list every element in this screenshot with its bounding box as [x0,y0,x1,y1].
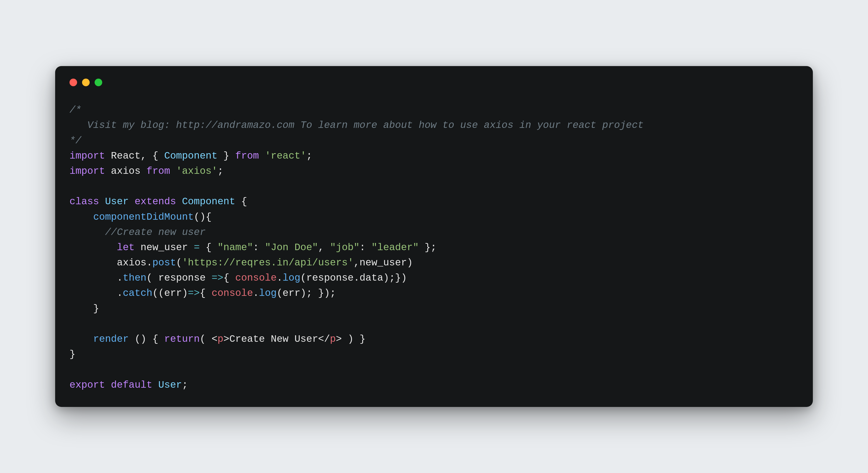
punct-paren-close: ) [407,257,413,268]
maximize-icon[interactable] [95,79,102,86]
ident-axios: axios [111,166,141,177]
punct-brace-close: } [395,272,401,283]
punct-brace-open: { [146,334,158,345]
punct-colon: : [253,242,259,253]
kw-export: export [69,379,105,391]
punct-dot: . [117,272,123,283]
jsx-text: Create New User [229,334,318,345]
punct-semi: ; [330,288,336,299]
op-eq: = [194,242,200,253]
punct-brace-close: } [93,303,99,314]
type-component: Component [164,150,218,162]
kw-return: return [164,334,200,345]
ident-axios: axios [117,257,146,268]
punct-paren-open: ( [176,257,182,268]
str-react: 'react' [265,150,306,162]
punct-paren-close: ) [383,272,389,283]
str-job-key: "job" [330,242,360,253]
ident-react: React [111,150,141,162]
fn-render: render [93,334,129,345]
punct-paren-close: ) [300,288,306,299]
jsx-open-l: < [206,334,217,345]
stage: /* Visit my blog: http://andramazo.com T… [0,0,868,473]
comment-open: /* [69,104,82,115]
kw-class: class [69,196,99,207]
fn-catch: catch [123,288,152,299]
type-component: Component [182,196,236,207]
punct-dot: . [277,272,282,283]
punct-brace-open: { [200,288,206,299]
punct-semi: ; [217,166,223,177]
type-user: User [105,196,129,207]
jsx-close-r: > [336,334,342,345]
jsx-close-l: </ [318,334,330,345]
punct-comma: , [318,242,324,253]
ident-response: response [158,272,206,283]
punct-comma: , [141,150,146,162]
kw-from: from [146,166,170,177]
jsx-tag-p: p [330,334,336,345]
ident-console: console [235,272,277,283]
ident-err: err [283,288,300,299]
punct-brace-open: { [206,242,211,253]
kw-import: import [69,166,105,177]
str-name-key: "name" [217,242,253,253]
punct-parens: () [129,334,146,345]
punct-brace-open: { [206,211,211,223]
punct-paren-close: ) [324,288,330,299]
comment-body: Visit my blog: http://andramazo.com To l… [69,120,644,131]
ident-data: data [360,272,383,283]
punct-dot: . [146,257,152,268]
kw-default: default [111,379,152,391]
type-user: User [158,379,182,391]
punct-paren-open: ( [277,288,282,299]
punct-brace-open: { [223,272,229,283]
fn-cdm: componentDidMount [93,211,194,223]
punct-dot: . [117,288,123,299]
punct-brace-open: { [241,196,247,207]
punct-brace-close: } [69,349,75,360]
kw-extends: extends [134,196,176,207]
minimize-icon[interactable] [82,79,90,86]
punct-paren-open: ( [200,334,206,345]
punct-semi: ; [182,379,188,391]
code-block: /* Visit my blog: http://andramazo.com T… [69,102,799,393]
comment-close: */ [69,135,82,146]
punct-brace-close: } [223,150,229,162]
punct-paren-mid: ) [182,288,188,299]
fn-post: post [152,257,176,268]
ident-newuser: new_user [141,242,188,253]
kw-from: from [235,150,259,162]
str-name-val: "Jon Doe" [265,242,318,253]
fn-then: then [123,272,147,283]
punct-brace-close: } [353,334,365,345]
punct-brace-open: { [152,150,158,162]
jsx-open-r: > [223,334,229,345]
punct-paren-open: ( [146,272,152,283]
window-traffic-lights [69,79,799,86]
str-job-val: "leader" [371,242,419,253]
ident-newuser: new_user [360,257,407,268]
punct-comma: , [353,257,359,268]
fn-log: log [283,272,300,283]
punct-dot: . [353,272,359,283]
kw-let: let [117,242,134,253]
comment-inline: //Create new user [105,227,206,238]
punct-brace-close: } [425,242,430,253]
fn-log: log [259,288,277,299]
ident-console: console [212,288,253,299]
op-arrow: => [206,272,223,283]
kw-import: import [69,150,105,162]
ident-err: err [164,288,182,299]
punct-paren-open: (( [152,288,164,299]
punct-brace-close: } [312,288,324,299]
op-arrow: => [188,288,200,299]
ident-response: response [306,272,353,283]
punct-semi: ; [431,242,436,253]
punct-paren-close: ) [401,272,407,283]
punct-paren-close: ) [342,334,354,345]
close-icon[interactable] [69,79,77,86]
str-url: 'https://reqres.in/api/users' [182,257,354,268]
punct-semi: ; [306,288,312,299]
jsx-tag-p: p [217,334,223,345]
